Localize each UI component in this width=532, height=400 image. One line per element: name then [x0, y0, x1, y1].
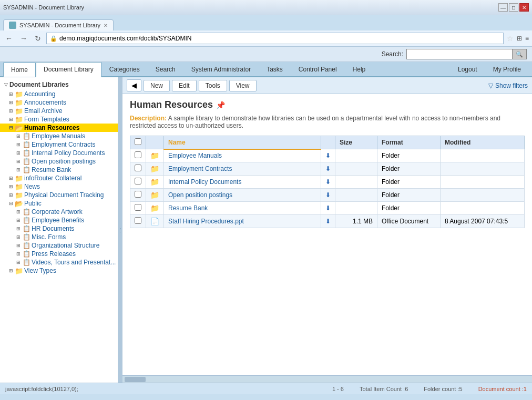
download-icon[interactable]: ⬇	[325, 191, 331, 199]
download-icon[interactable]: ⬇	[325, 152, 331, 159]
tab-home[interactable]: Home	[3, 63, 36, 77]
employment-contracts-toggle[interactable]: ⊞	[15, 141, 22, 148]
tab-categories[interactable]: Categories	[101, 62, 148, 76]
sidebar-item-hr-documents[interactable]: ⊞ 📋 HR Documents	[0, 224, 118, 233]
misc-forms-toggle[interactable]: ⊞	[15, 233, 22, 241]
row-checkbox[interactable]	[135, 178, 141, 184]
download-icon[interactable]: ⬇	[325, 165, 331, 172]
sidebar-item-news[interactable]: ⊞ 📁 News	[0, 182, 118, 191]
org-structure-toggle[interactable]: ⊞	[15, 242, 22, 249]
sidebar-root: ▽ Document Libraries	[0, 79, 118, 90]
sidebar-item-human-resources[interactable]: ⊟ 📂 Human Resources	[0, 124, 118, 132]
employee-benefits-toggle[interactable]: ⊞	[15, 217, 22, 224]
sidebar-item-email-archive[interactable]: ⊞ 📁 Email Archive	[0, 107, 118, 115]
email-archive-toggle[interactable]: ⊞	[7, 107, 15, 115]
show-filters-button[interactable]: ▽ Show filters	[488, 82, 528, 89]
horizontal-scrollbar[interactable]	[122, 375, 532, 383]
sidebar-item-misc-forms[interactable]: ⊞ 📋 Misc. Forms	[0, 233, 118, 241]
open-positions-toggle[interactable]: ⊞	[15, 158, 22, 165]
sidebar-item-videos[interactable]: ⊞ 📋 Videos, Tours and Presentat...	[0, 258, 118, 266]
reload-button[interactable]: ↻	[33, 33, 43, 44]
tab-my-profile[interactable]: My Profile	[485, 62, 529, 76]
row-checkbox[interactable]	[135, 191, 141, 198]
row-checkbox[interactable]	[135, 204, 141, 211]
physical-doc-toggle[interactable]: ⊞	[7, 191, 15, 199]
sidebar-item-org-structure[interactable]: ⊞ 📋 Organizational Structure	[0, 241, 118, 250]
news-toggle[interactable]: ⊞	[7, 183, 15, 190]
download-icon[interactable]: ⬇	[325, 218, 331, 225]
new-button[interactable]: New	[144, 80, 170, 91]
root-toggle[interactable]: ▽	[2, 81, 9, 88]
back-button[interactable]: ←	[3, 33, 15, 44]
sidebar-item-open-positions[interactable]: ⊞ 📋 Open position postings	[0, 157, 118, 166]
sidebar-item-inforouter[interactable]: ⊞ 📁 infoRouter Collateral	[0, 174, 118, 182]
sidebar-item-employee-benefits[interactable]: ⊞ 📋 Employee Benefits	[0, 216, 118, 224]
back-toolbar-button[interactable]: ◀	[127, 79, 141, 91]
tab-tasks[interactable]: Tasks	[259, 62, 291, 76]
human-resources-toggle[interactable]: ⊟	[7, 124, 15, 131]
accounting-toggle[interactable]: ⊞	[7, 90, 15, 98]
public-toggle[interactable]: ⊟	[7, 200, 15, 207]
tab-help[interactable]: Help	[345, 62, 374, 76]
sidebar-item-public[interactable]: ⊟ 📂 Public	[0, 199, 118, 208]
tab-document-library[interactable]: Document Library	[36, 62, 101, 77]
scrollbar-thumb[interactable]	[125, 377, 146, 382]
row-checkbox[interactable]	[135, 217, 141, 224]
sidebar-item-form-templates[interactable]: ⊞ 📁 Form Templates	[0, 115, 118, 124]
sidebar-item-internal-policy[interactable]: ⊞ 📋 Internal Policy Documents	[0, 149, 118, 157]
inforouter-toggle[interactable]: ⊞	[7, 175, 15, 182]
download-icon[interactable]: ⬇	[325, 204, 331, 212]
file-link[interactable]: Staff Hiring Procedures.ppt	[168, 218, 244, 225]
bookmark-icon[interactable]: ☆	[507, 34, 514, 43]
close-button[interactable]: ✕	[519, 3, 529, 12]
sidebar-item-employment-contracts[interactable]: ⊞ 📋 Employment Contracts	[0, 140, 118, 149]
view-types-toggle[interactable]: ⊞	[7, 267, 15, 274]
sidebar-item-view-types[interactable]: ⊞ 📁 View Types	[0, 266, 118, 275]
tools-button[interactable]: Tools	[199, 80, 227, 91]
file-link[interactable]: Employment Contracts	[168, 165, 232, 172]
sidebar-item-accounting[interactable]: ⊞ 📁 Accounting	[0, 90, 118, 98]
file-link[interactable]: Employee Manuals	[168, 152, 222, 159]
row-checkbox[interactable]	[135, 165, 141, 171]
announcements-toggle[interactable]: ⊞	[7, 99, 15, 106]
url-input[interactable]	[59, 35, 500, 42]
file-link[interactable]: Internal Policy Documents	[168, 178, 241, 186]
edit-button[interactable]: Edit	[172, 80, 197, 91]
browser-tab[interactable]: SYSADMIN - Document Library ✕	[3, 19, 114, 30]
tab-control-panel[interactable]: Control Panel	[291, 62, 345, 76]
sidebar-item-press-releases[interactable]: ⊞ 📋 Press Releases	[0, 250, 118, 258]
sidebar-item-resume-bank[interactable]: ⊞ 📋 Resume Bank	[0, 166, 118, 174]
row-checkbox[interactable]	[135, 151, 141, 158]
minimize-button[interactable]: —	[498, 3, 508, 12]
select-all-checkbox[interactable]	[135, 138, 141, 145]
forward-button[interactable]: →	[18, 33, 29, 44]
search-input[interactable]	[407, 49, 512, 59]
tab-close-icon[interactable]: ✕	[104, 23, 108, 28]
sidebar-item-physical-doc[interactable]: ⊞ 📁 Physical Document Tracking	[0, 191, 118, 199]
internal-policy-toggle[interactable]: ⊞	[15, 149, 22, 157]
extensions-button[interactable]: ⊞	[517, 35, 522, 42]
download-icon[interactable]: ⬇	[325, 178, 331, 186]
resume-bank-toggle[interactable]: ⊞	[15, 166, 22, 173]
maximize-button[interactable]: □	[509, 3, 518, 12]
videos-toggle[interactable]: ⊞	[15, 259, 22, 266]
form-templates-toggle[interactable]: ⊞	[7, 116, 15, 123]
search-go-button[interactable]: 🔍	[512, 49, 526, 59]
file-link[interactable]: Resume Bank	[168, 204, 208, 212]
employee-manuals-toggle[interactable]: ⊞	[15, 132, 22, 140]
row-download-cell: ⬇	[321, 215, 335, 228]
col-name[interactable]: Name	[164, 136, 321, 149]
press-releases-toggle[interactable]: ⊞	[15, 250, 22, 258]
menu-button[interactable]: ≡	[525, 35, 529, 42]
tab-logout[interactable]: Logout	[450, 62, 485, 76]
tab-system-administrator[interactable]: System Administrator	[183, 62, 259, 76]
hr-documents-toggle[interactable]: ⊞	[15, 225, 22, 232]
file-link[interactable]: Open position postings	[168, 191, 232, 199]
tab-search[interactable]: Search	[148, 62, 183, 76]
sidebar-resize-handle[interactable]: ⋮	[118, 77, 122, 383]
sidebar-item-corporate-artwork[interactable]: ⊞ 📋 Corporate Artwork	[0, 208, 118, 216]
view-button[interactable]: View	[229, 80, 257, 91]
sidebar-item-announcements[interactable]: ⊞ 📁 Annoucements	[0, 98, 118, 107]
sidebar-item-employee-manuals[interactable]: ⊞ 📋 Employee Manuals	[0, 132, 118, 140]
corporate-artwork-toggle[interactable]: ⊞	[15, 208, 22, 216]
